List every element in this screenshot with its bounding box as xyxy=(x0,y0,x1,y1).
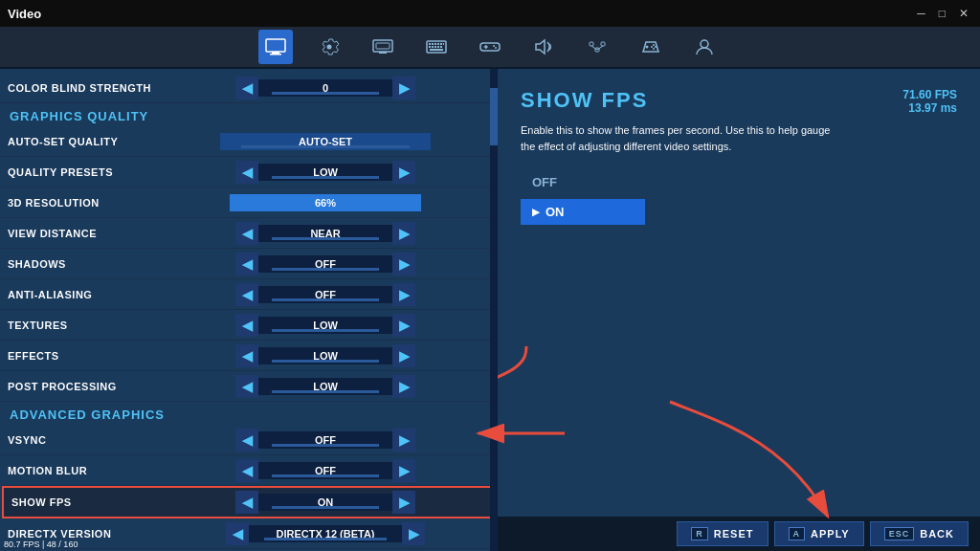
arrow-right-quality-presets[interactable]: ▶ xyxy=(392,161,415,184)
svg-rect-17 xyxy=(440,46,442,48)
settings-panel: COLOR BLIND STRENGTH ◀ 0 ▶ GRAPHICS QUAL… xyxy=(0,69,498,551)
scrollbar[interactable] xyxy=(490,69,498,551)
arrow-right-view-distance[interactable]: ▶ xyxy=(392,222,415,245)
back-key: ESC xyxy=(884,527,915,540)
svg-rect-16 xyxy=(437,46,439,48)
setting-control-post-processing: ◀ LOW ▶ xyxy=(161,375,490,398)
arrow-right-show-fps[interactable]: ▶ xyxy=(392,491,415,514)
apply-button[interactable]: A APPLY xyxy=(774,521,864,546)
arrow-right-motion-blur[interactable]: ▶ xyxy=(392,459,415,482)
svg-rect-11 xyxy=(440,43,442,45)
setting-control-textures: ◀ LOW ▶ xyxy=(161,314,490,337)
option-on[interactable]: ON xyxy=(521,199,645,225)
nav-keyboard[interactable] xyxy=(419,30,454,64)
setting-control-vsync: ◀ OFF ▶ xyxy=(161,429,490,452)
svg-rect-2 xyxy=(270,54,281,55)
svg-rect-1 xyxy=(272,52,279,54)
arrow-left-view-distance[interactable]: ◀ xyxy=(235,222,258,245)
svg-rect-14 xyxy=(432,46,434,48)
arrow-left-anti-aliasing[interactable]: ◀ xyxy=(235,283,258,306)
svg-rect-18 xyxy=(430,49,443,51)
arrow-left-vsync[interactable]: ◀ xyxy=(235,429,258,452)
back-button[interactable]: ESC BACK xyxy=(870,521,969,546)
nav-network[interactable] xyxy=(580,30,614,64)
nav-gamepad[interactable] xyxy=(473,30,507,64)
nav-controller[interactable] xyxy=(634,30,668,64)
svg-rect-9 xyxy=(434,43,436,45)
setting-show-fps: SHOW FPS ◀ ON ▶ xyxy=(2,486,496,518)
setting-label-shadows: SHADOWS xyxy=(8,258,161,270)
title-bar: Video ─ □ ✕ xyxy=(0,0,980,27)
bottom-action-bar: R RESET A APPLY ESC BACK xyxy=(498,517,980,551)
arrow-left-directx[interactable]: ◀ xyxy=(226,522,249,545)
main-content: COLOR BLIND STRENGTH ◀ 0 ▶ GRAPHICS QUAL… xyxy=(0,69,980,551)
value-vsync: OFF xyxy=(258,431,392,449)
nav-display[interactable] xyxy=(366,30,400,64)
setting-label-show-fps: SHOW FPS xyxy=(11,496,165,508)
setting-label-auto-set: AUTO-SET QUALITY xyxy=(8,136,161,147)
setting-auto-set-quality: AUTO-SET QUALITY AUTO-SET xyxy=(0,126,498,157)
arrow-right-post-processing[interactable]: ▶ xyxy=(392,375,415,398)
arrow-right-textures[interactable]: ▶ xyxy=(392,314,415,337)
setting-control-effects: ◀ LOW ▶ xyxy=(161,344,490,367)
svg-point-21 xyxy=(493,45,495,47)
setting-label-anti-aliasing: ANTI-ALIASING xyxy=(8,289,161,300)
value-post-processing: LOW xyxy=(258,378,392,395)
apply-key: A xyxy=(789,527,806,540)
setting-textures: TEXTURES ◀ LOW ▶ xyxy=(0,310,498,341)
reset-button[interactable]: R RESET xyxy=(677,521,768,546)
arrow-right-vsync[interactable]: ▶ xyxy=(392,429,415,452)
setting-3d-resolution: 3D RESOLUTION 66% xyxy=(0,187,498,218)
setting-color-blind-strength: COLOR BLIND STRENGTH ◀ 0 ▶ xyxy=(0,73,498,103)
value-effects: LOW xyxy=(258,347,392,364)
setting-control-motion-blur: ◀ OFF ▶ xyxy=(161,459,490,482)
svg-rect-0 xyxy=(266,39,285,52)
svg-point-31 xyxy=(653,48,655,50)
setting-effects: EFFECTS ◀ LOW ▶ xyxy=(0,341,498,371)
arrow-right-anti-aliasing[interactable]: ▶ xyxy=(392,283,415,306)
arrow-left-motion-blur[interactable]: ◀ xyxy=(235,459,258,482)
svg-rect-20 xyxy=(484,46,488,48)
nav-audio[interactable] xyxy=(526,30,561,64)
arrow-left-quality-presets[interactable]: ◀ xyxy=(235,161,258,184)
setting-label-effects: EFFECTS xyxy=(8,350,161,362)
nav-monitor[interactable] xyxy=(258,30,293,64)
scroll-thumb[interactable] xyxy=(490,88,498,145)
setting-label-color-blind: COLOR BLIND STRENGTH xyxy=(8,82,161,94)
setting-label-quality-presets: QUALITY PRESETS xyxy=(8,166,161,178)
setting-control-3d-resolution: 66% xyxy=(161,194,490,211)
svg-rect-4 xyxy=(376,43,390,49)
minimize-button[interactable]: ─ xyxy=(913,7,929,20)
setting-label-post-processing: POST PROCESSING xyxy=(8,381,161,392)
detail-description: Enable this to show the frames per secon… xyxy=(521,122,846,154)
nav-user[interactable] xyxy=(687,30,722,64)
maximize-button[interactable]: □ xyxy=(935,7,949,20)
option-off[interactable]: OFF xyxy=(521,169,957,195)
apply-label: APPLY xyxy=(811,528,850,540)
svg-point-33 xyxy=(701,40,708,48)
setting-control-directx: ◀ DIRECTX 12 (BETA) ▶ xyxy=(161,522,490,545)
arrow-left-color-blind[interactable]: ◀ xyxy=(235,77,258,99)
value-auto-set[interactable]: AUTO-SET xyxy=(220,133,431,150)
nav-bar xyxy=(0,27,980,69)
arrow-left-textures[interactable]: ◀ xyxy=(235,314,258,337)
arrow-left-show-fps[interactable]: ◀ xyxy=(235,491,258,514)
detail-title: SHOW FPS xyxy=(521,88,957,113)
svg-rect-10 xyxy=(437,43,439,45)
arrow-left-shadows[interactable]: ◀ xyxy=(235,253,258,276)
arrow-left-effects[interactable]: ◀ xyxy=(235,344,258,367)
nav-gear[interactable] xyxy=(312,30,346,64)
arrow-right-shadows[interactable]: ▶ xyxy=(392,253,415,276)
arrow-right-color-blind[interactable]: ▶ xyxy=(392,77,415,99)
svg-point-28 xyxy=(646,46,649,49)
arrow-right-effects[interactable]: ▶ xyxy=(392,344,415,367)
window-controls[interactable]: ─ □ ✕ xyxy=(913,7,972,20)
setting-vsync: VSYNC ◀ OFF ▶ xyxy=(0,425,498,455)
value-anti-aliasing: OFF xyxy=(258,286,392,303)
close-button[interactable]: ✕ xyxy=(955,7,972,20)
arrow-right-directx[interactable]: ▶ xyxy=(402,522,425,545)
setting-shadows: SHADOWS ◀ OFF ▶ xyxy=(0,249,498,279)
arrow-left-post-processing[interactable]: ◀ xyxy=(235,375,258,398)
value-quality-presets: LOW xyxy=(258,164,392,181)
svg-point-32 xyxy=(651,46,653,48)
